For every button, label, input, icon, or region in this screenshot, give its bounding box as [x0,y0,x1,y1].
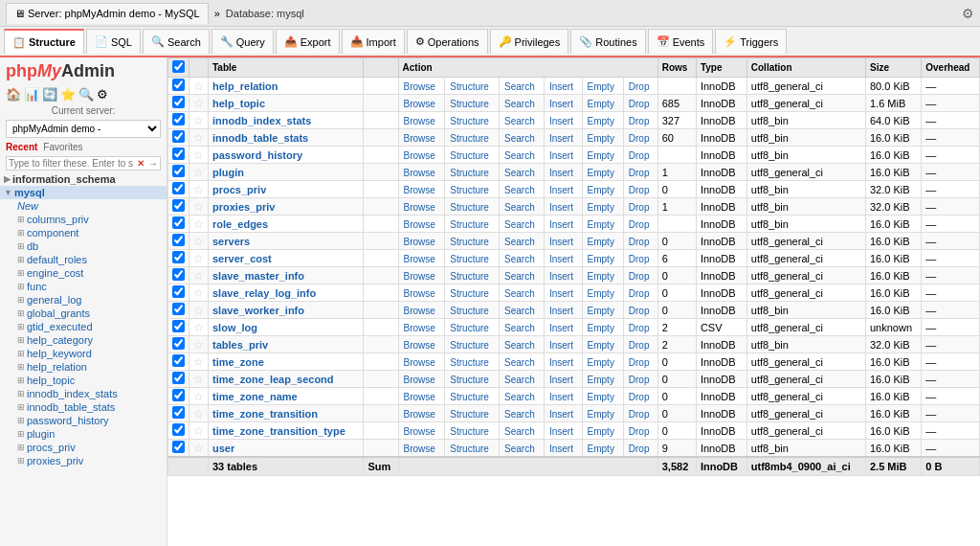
empty-link-innodb_index_stats[interactable]: Empty [588,116,614,126]
empty-link-slave_relay_log_info[interactable]: Empty [588,288,614,299]
drop-link-password_history[interactable]: Drop [629,150,650,161]
structure-link-servers[interactable]: Structure [450,237,489,247]
drop-link-plugin[interactable]: Drop [629,168,650,178]
structure-link-innodb_index_stats[interactable]: Structure [450,116,489,126]
table-name-link-role_edges[interactable]: role_edges [212,218,268,230]
refresh-icon[interactable]: 🔄 [42,87,57,102]
nav-btn-search[interactable]: 🔍Search [143,29,210,54]
sidebar-item-information_schema[interactable]: ▶information_schema [0,172,167,186]
empty-link-slave_master_info[interactable]: Empty [588,271,614,282]
insert-link-procs_priv[interactable]: Insert [549,185,573,195]
browse-link-help_relation[interactable]: Browse [404,81,435,92]
drop-link-innodb_index_stats[interactable]: Drop [629,116,650,126]
favorites-tab[interactable]: Favorites [43,142,82,152]
sidebar-item-procs_priv[interactable]: ⊞procs_priv [0,441,167,454]
star-icon-role_edges[interactable]: ☆ [193,217,204,231]
structure-link-time_zone[interactable]: Structure [450,357,489,368]
nav-btn-query[interactable]: 🔧Query [212,29,274,54]
home-icon[interactable]: 🏠 [6,87,21,102]
search-link-password_history[interactable]: Search [504,150,535,161]
insert-link-user[interactable]: Insert [549,444,573,454]
empty-link-time_zone[interactable]: Empty [588,357,614,368]
filter-clear-icon[interactable]: ✕ [135,158,146,169]
table-name-link-password_history[interactable]: password_history [212,149,302,161]
empty-link-time_zone_name[interactable]: Empty [588,392,614,402]
empty-link-tables_priv[interactable]: Empty [588,340,614,351]
star-icon-time_zone_transition_type[interactable]: ☆ [193,424,204,438]
insert-link-time_zone[interactable]: Insert [549,357,573,368]
structure-link-tables_priv[interactable]: Structure [450,340,489,351]
table-name-link-servers[interactable]: servers [212,236,250,247]
browse-link-innodb_table_stats[interactable]: Browse [404,133,435,144]
star-icon-slave_master_info[interactable]: ☆ [193,269,204,283]
search-link-servers[interactable]: Search [504,237,535,247]
browse-link-time_zone_name[interactable]: Browse [404,392,435,402]
sidebar-item-general_log[interactable]: ⊞general_log [0,293,167,307]
structure-link-time_zone_leap_second[interactable]: Structure [450,375,489,385]
structure-link-time_zone_transition_type[interactable]: Structure [450,426,489,437]
empty-link-time_zone_transition_type[interactable]: Empty [588,426,614,437]
empty-link-slave_worker_info[interactable]: Empty [588,306,614,316]
star-icon-proxies_priv[interactable]: ☆ [193,200,204,214]
row-checkbox-role_edges[interactable] [172,216,185,229]
sidebar-item-component[interactable]: ⊞component [0,226,167,239]
browse-link-slave_worker_info[interactable]: Browse [404,306,435,316]
search-link-user[interactable]: Search [504,444,535,454]
structure-link-plugin[interactable]: Structure [450,168,489,178]
drop-link-user[interactable]: Drop [629,444,650,454]
browse-link-slave_relay_log_info[interactable]: Browse [404,288,435,299]
structure-link-slow_log[interactable]: Structure [450,323,489,333]
browse-link-role_edges[interactable]: Browse [404,219,435,230]
browse-link-password_history[interactable]: Browse [404,150,435,161]
browse-link-innodb_index_stats[interactable]: Browse [404,116,435,126]
insert-link-time_zone_transition[interactable]: Insert [549,409,573,420]
star-icon-procs_priv[interactable]: ☆ [193,183,204,196]
sidebar-item-help_category[interactable]: ⊞help_category [0,333,167,347]
drop-link-slave_relay_log_info[interactable]: Drop [629,288,650,299]
drop-link-proxies_priv[interactable]: Drop [629,202,650,213]
search-link-slave_master_info[interactable]: Search [504,271,535,282]
structure-link-proxies_priv[interactable]: Structure [450,202,489,213]
insert-link-slave_master_info[interactable]: Insert [549,271,573,282]
search-link-slave_relay_log_info[interactable]: Search [504,288,535,299]
structure-link-slave_master_info[interactable]: Structure [450,271,489,282]
search-link-time_zone_name[interactable]: Search [504,392,535,402]
search-link-slow_log[interactable]: Search [504,323,535,333]
search-link-time_zone[interactable]: Search [504,357,535,368]
search-link-procs_priv[interactable]: Search [504,185,535,195]
gear-icon[interactable]: ⚙ [962,6,974,21]
nav-btn-export[interactable]: 📤Export [276,29,340,54]
row-checkbox-innodb_table_stats[interactable] [172,130,185,143]
insert-link-time_zone_transition_type[interactable]: Insert [549,426,573,437]
table-name-link-proxies_priv[interactable]: proxies_priv [212,201,275,213]
star-icon-password_history[interactable]: ☆ [193,148,204,162]
table-name-link-slave_relay_log_info[interactable]: slave_relay_log_info [212,287,316,299]
nav-btn-operations[interactable]: ⚙Operations [407,29,488,54]
star-icon-help_topic[interactable]: ☆ [193,97,204,110]
recent-tab[interactable]: Recent [6,142,37,152]
search-link-innodb_table_stats[interactable]: Search [504,133,535,144]
insert-link-proxies_priv[interactable]: Insert [549,202,573,213]
browse-link-user[interactable]: Browse [404,444,435,454]
drop-link-innodb_table_stats[interactable]: Drop [629,133,650,144]
sidebar-item-global_grants[interactable]: ⊞global_grants [0,307,167,320]
insert-link-innodb_table_stats[interactable]: Insert [549,133,573,144]
row-checkbox-time_zone_transition_type[interactable] [172,423,185,436]
structure-link-innodb_table_stats[interactable]: Structure [450,133,489,144]
star-icon-user[interactable]: ☆ [193,442,204,455]
row-checkbox-slave_worker_info[interactable] [172,303,185,315]
empty-link-proxies_priv[interactable]: Empty [588,202,614,213]
empty-link-time_zone_transition[interactable]: Empty [588,409,614,420]
drop-link-slow_log[interactable]: Drop [629,323,650,333]
structure-link-role_edges[interactable]: Structure [450,219,489,230]
drop-link-procs_priv[interactable]: Drop [629,185,650,195]
row-checkbox-tables_priv[interactable] [172,337,185,350]
table-name-link-plugin[interactable]: plugin [212,167,244,178]
insert-link-help_topic[interactable]: Insert [549,99,573,109]
drop-link-help_relation[interactable]: Drop [629,81,650,92]
sidebar-item-proxies_priv[interactable]: ⊞proxies_priv [0,454,167,467]
star-icon-innodb_index_stats[interactable]: ☆ [193,114,204,127]
search-link-time_zone_leap_second[interactable]: Search [504,375,535,385]
filter-arrow-icon[interactable]: → [146,158,160,169]
sidebar-item-help_topic[interactable]: ⊞help_topic [0,374,167,387]
